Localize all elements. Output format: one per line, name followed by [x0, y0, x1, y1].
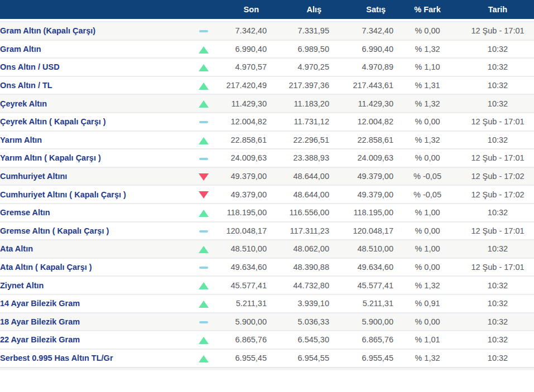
table-row: 22 Ayar Bilezik Gram 6.865,76 6.545,30 6… — [0, 331, 534, 349]
instrument-name[interactable]: Çeyrek Altın — [0, 94, 190, 113]
son-value: 49.634,60 — [218, 258, 267, 277]
column-header-name — [0, 0, 190, 19]
satis-value: 7.342,40 — [329, 22, 393, 40]
tarih-value: 10:32 — [461, 76, 534, 95]
instrument-name[interactable]: Gremse Altın — [0, 204, 190, 222]
instrument-name[interactable]: Ata Altın ( Kapalı Çarşı ) — [0, 258, 190, 277]
tarih-value: 10:32 — [461, 131, 534, 149]
satis-value: 49.634,60 — [329, 258, 393, 277]
column-header-trend — [190, 0, 218, 19]
trend-flat-icon — [199, 121, 208, 123]
trend-down-icon — [199, 191, 209, 199]
trend-cell — [190, 58, 218, 76]
trend-up-icon — [199, 301, 209, 308]
son-value: 5.900,00 — [218, 313, 267, 331]
tarih-value: 10:32 — [461, 276, 534, 294]
tarih-value: 10:32 — [461, 40, 534, 59]
fark-value: % 1,32 — [393, 94, 461, 113]
son-value: 45.577,41 — [218, 276, 267, 294]
son-value: 48.510,00 — [218, 240, 267, 258]
column-header-satis: Satış — [329, 0, 393, 19]
alis-value: 4.970,25 — [267, 58, 329, 76]
son-value: 49.379,00 — [218, 167, 267, 186]
instrument-name[interactable]: 14 Ayar Bilezik Gram — [0, 294, 190, 313]
tarih-value: 12 Şub - 17:01 — [461, 149, 534, 167]
satis-value: 217.443,61 — [329, 76, 393, 95]
son-value: 11.429,30 — [218, 94, 267, 113]
table-row: Serbest 0.995 Has Altın TL/Gr 6.955,45 6… — [0, 349, 534, 367]
instrument-name[interactable]: 18 Ayar Bilezik Gram — [0, 313, 190, 331]
alis-value: 3.939,10 — [267, 294, 329, 313]
table-row: Gremse Altın ( Kapalı Çarşı ) 120.048,17… — [0, 222, 534, 240]
column-header-son: Son — [218, 0, 267, 19]
son-value: 120.048,17 — [218, 222, 267, 240]
fark-value: % 0,00 — [393, 113, 461, 131]
satis-value: 22.858,61 — [329, 131, 393, 149]
tarih-value: 12 Şub - 17:01 — [461, 222, 534, 240]
satis-value: 6.990,40 — [329, 40, 393, 59]
instrument-name[interactable]: Ons Altın / TL — [0, 76, 190, 95]
alis-value: 23.388,93 — [267, 149, 329, 167]
alis-value: 217.397,36 — [267, 76, 329, 95]
tarih-value: 12 Şub - 17:01 — [461, 258, 534, 277]
trend-cell — [190, 258, 218, 277]
alis-value: 116.556,00 — [267, 204, 329, 222]
instrument-name[interactable]: Ata Altın — [0, 240, 190, 258]
tarih-value: 10:32 — [461, 240, 534, 258]
tarih-value: 10:32 — [461, 331, 534, 349]
table-row: Cumhuriyet Altını 49.379,00 48.644,00 49… — [0, 167, 534, 186]
instrument-name[interactable]: Gram Altın — [0, 40, 190, 59]
alis-value: 117.311,23 — [267, 222, 329, 240]
trend-up-icon — [199, 100, 209, 108]
table-row: Çeyrek Altın ( Kapalı Çarşı ) 12.004,82 … — [0, 113, 534, 131]
table-row: 18 Ayar Bilezik Gram 5.900,00 5.036,33 5… — [0, 313, 534, 331]
fark-value: % 0,00 — [393, 222, 461, 240]
trend-cell — [190, 76, 218, 95]
son-value: 24.009,63 — [218, 149, 267, 167]
fark-value: % 1,32 — [393, 276, 461, 294]
instrument-name[interactable]: Çeyrek Altın ( Kapalı Çarşı ) — [0, 113, 190, 131]
instrument-name[interactable]: Gremse Altın ( Kapalı Çarşı ) — [0, 222, 190, 240]
instrument-name[interactable]: Cumhuriyet Altını — [0, 167, 190, 186]
trend-up-icon — [199, 355, 209, 362]
trend-flat-icon — [199, 267, 208, 269]
son-value: 49.379,00 — [218, 185, 267, 204]
instrument-name[interactable]: Ziynet Altın — [0, 276, 190, 294]
son-value: 6.955,45 — [218, 349, 267, 367]
trend-cell — [190, 331, 218, 349]
fark-value: % 0,00 — [393, 258, 461, 277]
table-row: Gram Altın (Kapalı Çarşı) 7.342,40 7.331… — [0, 22, 534, 40]
trend-cell — [190, 94, 218, 113]
fark-value: % 0,00 — [393, 149, 461, 167]
tarih-value: 10:32 — [461, 349, 534, 367]
table-row: Cumhuriyet Altını ( Kapalı Çarşı ) 49.37… — [0, 185, 534, 204]
trend-cell — [190, 349, 218, 367]
fark-value: % 1,00 — [393, 204, 461, 222]
trend-cell — [190, 113, 218, 131]
tarih-value: 10:32 — [461, 294, 534, 313]
instrument-name[interactable]: 22 Ayar Bilezik Gram — [0, 331, 190, 349]
alis-value: 48.062,00 — [267, 240, 329, 258]
trend-up-icon — [199, 64, 209, 71]
satis-value: 6.955,45 — [329, 349, 393, 367]
instrument-name[interactable]: Ons Altın / USD — [0, 58, 190, 76]
table-row: Ata Altın 48.510,00 48.062,00 48.510,00 … — [0, 240, 534, 258]
trend-cell — [190, 22, 218, 40]
trend-cell — [190, 204, 218, 222]
instrument-name[interactable]: Serbest 0.995 Has Altın TL/Gr — [0, 349, 190, 367]
trend-cell — [190, 40, 218, 59]
instrument-name[interactable]: Cumhuriyet Altını ( Kapalı Çarşı ) — [0, 185, 190, 204]
table-row: Yarım Altın ( Kapalı Çarşı ) 24.009,63 2… — [0, 149, 534, 167]
satis-value: 49.379,00 — [329, 185, 393, 204]
fark-value: % -0,05 — [393, 167, 461, 186]
satis-value: 5.900,00 — [329, 313, 393, 331]
son-value: 12.004,82 — [218, 113, 267, 131]
instrument-name[interactable]: Yarım Altın ( Kapalı Çarşı ) — [0, 149, 190, 167]
fark-value: % 1,31 — [393, 76, 461, 95]
instrument-name[interactable]: Yarım Altın — [0, 131, 190, 149]
instrument-name[interactable]: Gram Altın (Kapalı Çarşı) — [0, 22, 190, 40]
trend-flat-icon — [199, 158, 208, 160]
trend-cell — [190, 294, 218, 313]
table-row: Yarım Altın 22.858,61 22.296,51 22.858,6… — [0, 131, 534, 149]
son-value: 118.195,00 — [218, 204, 267, 222]
